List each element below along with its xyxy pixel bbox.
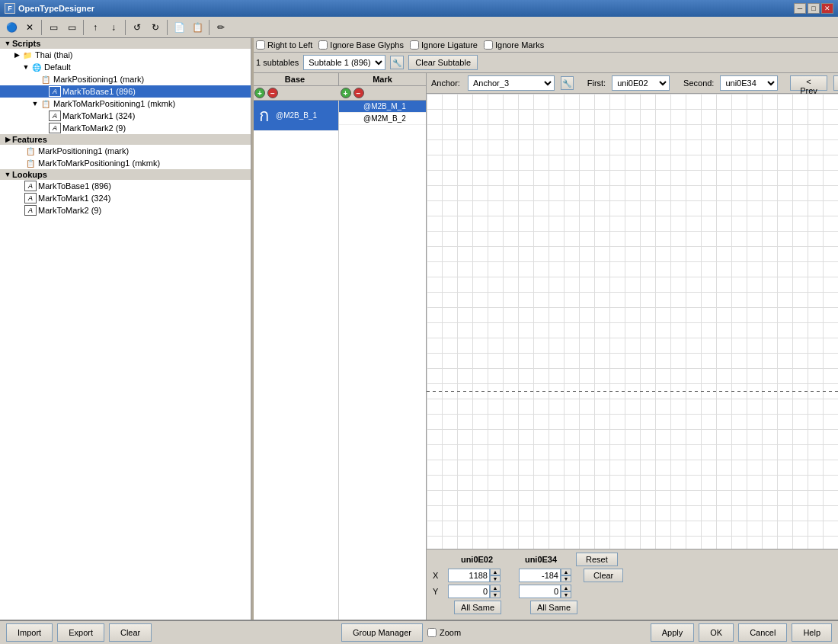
scripts-section-header[interactable]: ▼ Scripts — [0, 38, 251, 49]
col1-y-group: ▲ ▼ — [448, 585, 501, 598]
tree-item-lookup-marktommark2[interactable]: A MarkToMark2 (9) — [0, 204, 251, 216]
second-glyph-select[interactable]: uni0E34 — [720, 75, 778, 91]
toolbar-btn-4[interactable]: ▭ — [63, 19, 80, 36]
ignore-base-glyphs-checkbox[interactable] — [318, 40, 328, 50]
toolbar-btn-3[interactable]: ▭ — [45, 19, 62, 36]
col1-x-input[interactable] — [448, 569, 490, 582]
all-same-btn-1[interactable]: All Same — [454, 601, 501, 614]
ignore-ligature-checkbox[interactable] — [410, 40, 419, 50]
base-glyph-entry-0[interactable]: ก @M2B_B_1 — [251, 101, 338, 131]
col2-x-down[interactable]: ▼ — [561, 575, 571, 582]
subtable-select[interactable]: Subtable 1 (896) — [303, 55, 385, 70]
canvas-area[interactable]: ขิ — [427, 94, 838, 549]
clear-anchor-btn[interactable]: Clear — [584, 569, 623, 582]
mark-glyph-name-1: @M2M_B_2 — [363, 114, 406, 123]
ok-btn[interactable]: OK — [699, 623, 734, 642]
mark-add-btn[interactable]: + — [341, 88, 351, 98]
toolbar-btn-pen[interactable]: ✏ — [213, 19, 229, 36]
toolbar-btn-doc1[interactable]: 📄 — [171, 19, 187, 36]
col1-x-up[interactable]: ▲ — [490, 569, 501, 575]
feat-marktommark-label: MarkToMarkPositioning1 (mkmk) — [38, 159, 160, 168]
thai-icon: 📁 — [21, 50, 34, 60]
zoom-checkbox[interactable] — [427, 628, 437, 637]
marktommark2-label: MarkToMark2 (9) — [62, 123, 126, 133]
col1-y-down[interactable]: ▼ — [490, 591, 501, 598]
glyph-list-tools: + − + − — [251, 86, 426, 101]
base-remove-btn[interactable]: − — [267, 88, 278, 98]
tree-item-lookup-marktobase[interactable]: A MarkToBase1 (896) — [0, 180, 251, 192]
next-btn[interactable]: Next > — [833, 75, 838, 91]
export-btn[interactable]: Export — [57, 623, 104, 642]
content-area: Base Mark + − + − — [251, 73, 838, 620]
maximize-btn[interactable]: □ — [808, 3, 820, 14]
tree-item-marktommark2[interactable]: A MarkToMark2 (9) — [0, 122, 251, 134]
subtable-count: 1 subtables — [256, 58, 299, 67]
mark-remove-btn[interactable]: − — [353, 88, 364, 98]
toolbar-btn-refresh[interactable]: ↺ — [129, 19, 146, 36]
lookup-marktommark1-label: MarkToMark1 (324) — [38, 194, 110, 203]
anchor-select[interactable]: Anchor_3 — [468, 75, 555, 91]
first-glyph-select[interactable]: uni0E02 — [612, 75, 670, 91]
tree-item-marktommark1[interactable]: A MarkToMark1 (324) — [0, 110, 251, 122]
col1-y-up[interactable]: ▲ — [490, 585, 501, 591]
minimize-btn[interactable]: ─ — [794, 3, 806, 14]
bottom-clear-btn[interactable]: Clear — [109, 623, 152, 642]
toolbar-btn-doc2[interactable]: 📋 — [189, 19, 206, 36]
group-manager-btn[interactable]: Group Manager — [341, 623, 423, 642]
col2-x-input[interactable] — [519, 569, 561, 582]
lookups-expand-icon: ▼ — [3, 171, 12, 178]
ignore-marks-checkbox[interactable] — [484, 40, 493, 50]
ignore-ligature-option[interactable]: Ignore Ligature — [410, 40, 478, 50]
col1-y-input[interactable] — [448, 585, 490, 598]
toolbar-btn-refresh2[interactable]: ↻ — [147, 19, 164, 36]
import-btn[interactable]: Import — [6, 623, 53, 642]
tree-item-marktobase[interactable]: A MarkToBase1 (896) — [0, 85, 251, 98]
col2-x-up[interactable]: ▲ — [561, 569, 571, 575]
features-expand-icon: ▶ — [3, 136, 12, 143]
subtable-edit-btn[interactable]: 🔧 — [390, 56, 404, 69]
scripts-expand-icon: ▼ — [3, 40, 12, 47]
col2-y-input[interactable] — [519, 585, 561, 598]
tree-item-default[interactable]: ▼ 🌐 Default — [0, 61, 251, 73]
prev-btn[interactable]: < Prev — [790, 75, 827, 91]
tree-item-markpos[interactable]: 📋 MarkPositioning1 (mark) — [0, 73, 251, 85]
anchor-edit-btn[interactable]: 🔧 — [561, 76, 574, 90]
mark-glyph-entry-0[interactable]: @M2B_M_1 — [339, 101, 426, 113]
toolbar-btn-up[interactable]: ↑ — [87, 19, 104, 36]
main-layout: ▼ Scripts ▶ 📁 Thai (thai) ▼ 🌐 Default 📋 … — [0, 38, 838, 620]
col1-x-down[interactable]: ▼ — [490, 575, 501, 582]
toolbar-sep-5 — [209, 20, 210, 35]
tree-item-lookup-marktommark1[interactable]: A MarkToMark1 (324) — [0, 192, 251, 204]
ignore-base-glyphs-option[interactable]: Ignore Base Glyphs — [318, 40, 404, 50]
y-label: Y — [433, 587, 442, 596]
clear-subtable-btn[interactable]: Clear Subtable — [408, 55, 478, 70]
help-btn[interactable]: Help — [792, 623, 832, 642]
cancel-btn[interactable]: Cancel — [738, 623, 787, 642]
all-same-btn-2[interactable]: All Same — [530, 601, 577, 614]
apply-btn[interactable]: Apply — [651, 623, 695, 642]
mark-tools: + − — [341, 88, 424, 98]
x-label: X — [433, 571, 442, 580]
ignore-marks-option[interactable]: Ignore Marks — [484, 40, 544, 50]
toolbar-sep-2 — [83, 20, 84, 35]
markpos-label: MarkPositioning1 (mark) — [53, 75, 144, 84]
tree-item-feat-markpos[interactable]: 📋 MarkPositioning1 (mark) — [0, 145, 251, 157]
right-to-left-option[interactable]: Right to Left — [256, 40, 312, 50]
lookups-section-header[interactable]: ▼ Lookups — [0, 169, 251, 180]
bottom-bar: Import Export Clear Group Manager Zoom A… — [0, 620, 838, 644]
tree-item-thai[interactable]: ▶ 📁 Thai (thai) — [0, 49, 251, 61]
toolbar-btn-down[interactable]: ↓ — [105, 19, 122, 36]
feat-marktommark-icon: 📋 — [24, 158, 37, 168]
tree-item-feat-marktommark[interactable]: 📋 MarkToMarkPositioning1 (mkmk) — [0, 157, 251, 169]
toolbar-btn-2[interactable]: ✕ — [21, 19, 38, 36]
col2-y-down[interactable]: ▼ — [561, 591, 571, 598]
col2-y-up[interactable]: ▲ — [561, 585, 571, 591]
features-section-header[interactable]: ▶ Features — [0, 134, 251, 145]
tree-item-marktommark-pos[interactable]: ▼ 📋 MarkToMarkPositioning1 (mkmk) — [0, 98, 251, 110]
toolbar-btn-1[interactable]: 🔵 — [3, 19, 20, 36]
base-add-btn[interactable]: + — [254, 88, 265, 98]
mark-glyph-entry-1[interactable]: @M2M_B_2 — [339, 113, 426, 125]
right-to-left-checkbox[interactable] — [256, 40, 265, 50]
reset-btn[interactable]: Reset — [576, 553, 618, 566]
close-btn[interactable]: ✕ — [821, 3, 833, 14]
